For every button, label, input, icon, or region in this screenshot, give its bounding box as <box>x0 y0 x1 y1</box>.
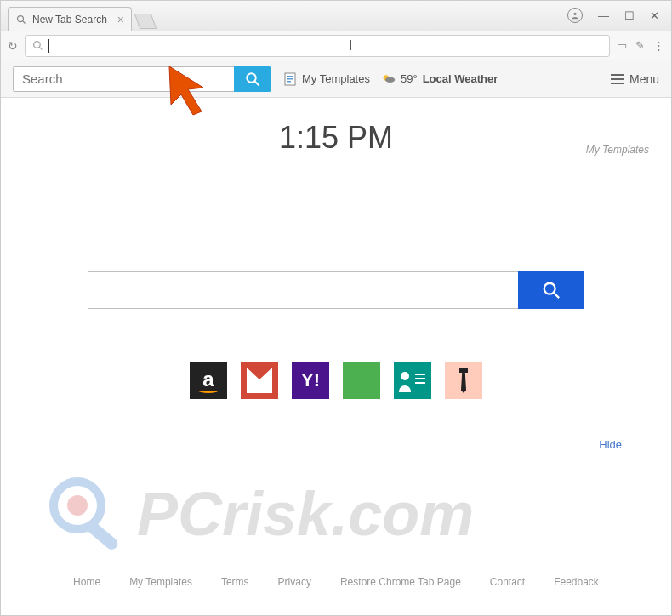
svg-point-2 <box>573 13 576 15</box>
shortcut-business[interactable] <box>445 362 482 399</box>
shortcut-amazon[interactable]: a <box>190 362 227 399</box>
window-controls: — ☐ ✕ <box>567 0 671 31</box>
close-window-button[interactable]: ✕ <box>650 9 659 22</box>
svg-line-1 <box>23 20 26 23</box>
search-icon <box>15 14 27 26</box>
footer-feedback[interactable]: Feedback <box>554 576 599 588</box>
footer-terms[interactable]: Terms <box>221 576 249 588</box>
menu-label: Menu <box>629 72 659 86</box>
browser-tab[interactable]: New Tab Search × <box>8 7 132 31</box>
svg-point-3 <box>34 42 41 48</box>
maximize-button[interactable]: ☐ <box>624 9 635 22</box>
templates-corner-link[interactable]: My Templates <box>586 144 649 156</box>
browser-menu-icon[interactable]: ⋮ <box>653 39 664 52</box>
reload-button[interactable]: ↻ <box>8 39 18 53</box>
clock-display: 1:15 PM <box>1 120 671 156</box>
page-content: 1:15 PM My Templates Hide a Y! Home My T… <box>1 120 671 605</box>
text-cursor-icon: I <box>349 38 352 54</box>
close-tab-icon[interactable]: × <box>117 13 124 26</box>
footer-restore[interactable]: Restore Chrome Tab Page <box>340 576 461 588</box>
hide-link[interactable]: Hide <box>599 438 622 451</box>
user-icon[interactable] <box>567 8 583 23</box>
arrow-cursor-overlay <box>161 62 220 125</box>
footer-privacy[interactable]: Privacy <box>278 576 311 588</box>
menu-button[interactable]: Menu <box>611 72 659 86</box>
url-input[interactable]: I <box>25 35 610 57</box>
extension-icon-1[interactable]: ▭ <box>617 39 627 52</box>
my-templates-label: My Templates <box>302 72 370 85</box>
svg-line-4 <box>39 47 42 49</box>
minimize-button[interactable]: — <box>598 9 609 22</box>
toolbar-search-button[interactable] <box>234 66 271 92</box>
weather-icon <box>382 72 396 86</box>
address-bar-actions: ▭ ✎ ⋮ <box>617 39 664 52</box>
svg-point-12 <box>385 77 395 82</box>
shortcut-docs[interactable] <box>343 362 380 399</box>
main-search <box>88 271 584 309</box>
hamburger-icon <box>611 74 624 84</box>
svg-line-14 <box>554 293 559 298</box>
shortcut-contacts[interactable] <box>394 362 431 399</box>
shortcut-gmail[interactable] <box>241 362 278 399</box>
extension-icon-2[interactable]: ✎ <box>635 39 645 52</box>
weather-label: Local Weather <box>423 72 498 85</box>
toolbar-search <box>13 66 271 92</box>
tab-strip: New Tab Search × <box>1 7 154 31</box>
shortcut-yahoo[interactable]: Y! <box>292 362 329 399</box>
address-bar: ↻ I ▭ ✎ ⋮ <box>1 31 671 60</box>
main-search-button[interactable] <box>518 271 584 309</box>
yahoo-icon: Y! <box>301 369 320 391</box>
svg-point-5 <box>247 73 256 83</box>
svg-point-13 <box>544 283 555 294</box>
my-templates-link[interactable]: My Templates <box>283 72 370 86</box>
new-tab-button[interactable] <box>134 14 157 29</box>
footer-links: Home My Templates Terms Privacy Restore … <box>1 576 671 588</box>
main-search-input[interactable] <box>88 271 518 309</box>
url-cursor <box>48 39 49 53</box>
shortcuts-row: a Y! <box>1 362 671 399</box>
svg-rect-9 <box>287 78 293 80</box>
weather-temp: 59° <box>401 72 418 85</box>
svg-rect-10 <box>287 81 291 83</box>
svg-line-6 <box>254 81 259 85</box>
search-icon <box>32 40 43 51</box>
footer-home[interactable]: Home <box>73 576 100 588</box>
document-icon <box>283 72 297 86</box>
footer-contact[interactable]: Contact <box>490 576 525 588</box>
svg-point-0 <box>18 15 24 21</box>
weather-link[interactable]: 59° Local Weather <box>382 72 498 86</box>
footer-templates[interactable]: My Templates <box>129 576 192 588</box>
page-toolbar: My Templates 59° Local Weather Menu <box>1 60 671 98</box>
browser-title-bar: New Tab Search × — ☐ ✕ <box>1 1 671 31</box>
svg-rect-8 <box>287 76 293 77</box>
tab-title: New Tab Search <box>32 14 107 26</box>
